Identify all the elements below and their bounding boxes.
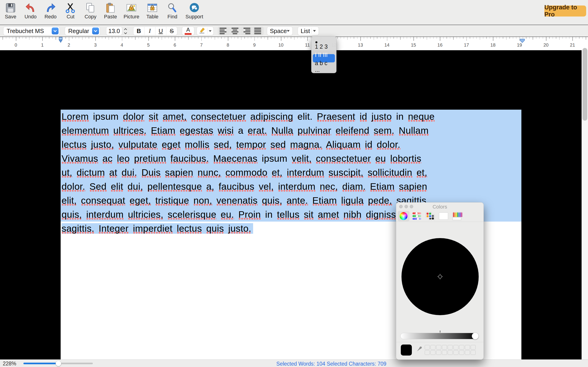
word[interactable]: lectus (177, 223, 202, 234)
word[interactable]: erat. (248, 125, 267, 136)
word[interactable]: at (109, 167, 117, 178)
word[interactable]: Aliquam (326, 139, 361, 150)
word[interactable]: vulputate (119, 139, 157, 150)
copy-button[interactable]: Copy (84, 2, 97, 20)
word[interactable]: non, (193, 195, 212, 206)
word[interactable]: justo, (91, 139, 114, 150)
brightness-slider[interactable] (400, 333, 478, 339)
align-right-button[interactable] (241, 27, 252, 35)
word[interactable]: ultricies, (128, 209, 163, 220)
swatch-cell[interactable] (453, 345, 458, 350)
ruler[interactable]: 0123456789101112131415161718192021 (0, 37, 588, 50)
swatch-cell[interactable] (448, 350, 453, 355)
image-palettes-tab[interactable] (438, 211, 450, 221)
word[interactable]: dolor (123, 111, 144, 122)
font-size-stepper[interactable] (123, 27, 128, 35)
picture-button[interactable]: Picture (124, 2, 139, 20)
line-space-select[interactable]: Space (267, 27, 293, 35)
align-justify-button[interactable] (252, 27, 264, 35)
swatch-cell[interactable] (442, 350, 447, 355)
font-color-button[interactable]: A (182, 27, 194, 35)
word[interactable]: Maecenas (213, 153, 258, 164)
word[interactable]: eget (162, 139, 180, 150)
zoom-slider-thumb[interactable] (56, 361, 61, 366)
swatch-cell[interactable] (465, 350, 470, 355)
word[interactable]: sit (304, 209, 313, 220)
word[interactable]: eu. (221, 209, 234, 220)
word[interactable]: a, (206, 181, 214, 192)
word[interactable]: tristique (155, 195, 189, 206)
word[interactable]: suscipit, (329, 167, 363, 178)
color-sliders-tab[interactable] (411, 211, 423, 221)
support-button[interactable]: Support (185, 2, 203, 20)
text-line[interactable]: ut, dictum at dui. Duis sapien nunc, com… (61, 166, 521, 180)
word[interactable]: commodo (225, 167, 267, 178)
word[interactable]: pede, (368, 195, 392, 206)
word[interactable]: Vivamus (61, 153, 98, 164)
save-button[interactable]: Save (4, 2, 17, 20)
stepper-up-icon[interactable] (124, 28, 127, 31)
word[interactable]: tellus (277, 209, 300, 220)
word[interactable]: ante. (287, 195, 308, 206)
word[interactable]: sagittis. (61, 223, 95, 234)
word[interactable]: faucibus. (170, 153, 209, 164)
word[interactable]: eleifend (336, 125, 369, 136)
word[interactable]: sapien (165, 167, 193, 178)
document-area[interactable]: Lorem ipsum dolor sit amet, consectetuer… (0, 50, 588, 359)
chevron-down-icon[interactable] (313, 30, 316, 32)
word[interactable]: amet, (163, 111, 187, 122)
swatch-cell[interactable] (436, 350, 441, 355)
word[interactable]: dui. (121, 167, 137, 178)
word[interactable]: ac (103, 153, 112, 164)
word[interactable]: dictum (77, 167, 105, 178)
word[interactable]: Sed (90, 181, 107, 192)
swatch-cell[interactable] (459, 345, 464, 350)
word[interactable]: ligula (341, 195, 363, 206)
word[interactable]: velit, (292, 153, 312, 164)
word[interactable]: elit. (297, 111, 313, 122)
word[interactable]: eget, (130, 195, 151, 206)
word[interactable]: Nulla (271, 125, 293, 136)
swatch-cell[interactable] (465, 345, 470, 350)
word[interactable]: eu (375, 153, 386, 164)
swatch-cell[interactable] (442, 345, 447, 350)
brightness-slider-knob[interactable] (472, 333, 479, 340)
redo-button[interactable]: Redo (44, 2, 57, 20)
word[interactable]: dolor. (377, 139, 400, 150)
text-line[interactable]: dolor. Sed elit dui, pellentesque a, fau… (61, 180, 521, 194)
table-button[interactable]: Table (145, 2, 159, 20)
highlight-color-button[interactable] (197, 27, 214, 35)
word[interactable]: in (396, 111, 404, 122)
word[interactable]: imperdiet (133, 223, 173, 234)
word[interactable]: Etiam (312, 195, 337, 206)
chevron-down-icon[interactable] (287, 30, 290, 32)
italic-button[interactable]: I (144, 27, 155, 35)
word[interactable]: id (365, 139, 372, 150)
swatch-cell[interactable] (431, 350, 435, 355)
text-line[interactable]: Lorem ipsum dolor sit amet, consectetuer… (61, 110, 521, 124)
word[interactable]: interdum (287, 167, 324, 178)
word[interactable]: et, (416, 167, 427, 178)
word[interactable]: a (238, 125, 243, 136)
word[interactable]: id (360, 111, 367, 122)
scrollbar-thumb[interactable] (582, 48, 587, 121)
swatch-cell[interactable] (471, 345, 476, 350)
word[interactable]: Etiam (151, 125, 175, 136)
text-line[interactable]: lectus justo, vulputate eget mollis sed,… (61, 138, 521, 152)
word[interactable]: consectetuer (191, 111, 246, 122)
word[interactable]: mollis (185, 139, 209, 150)
word[interactable]: ut, (61, 167, 72, 178)
word[interactable]: nibh (343, 209, 362, 220)
word[interactable]: dolor. (61, 181, 85, 192)
zoom-slider[interactable] (23, 363, 93, 364)
word[interactable]: quis, (262, 195, 282, 206)
swatch-cell[interactable] (459, 350, 464, 355)
word[interactable]: ipsum (262, 153, 287, 164)
word[interactable]: elit (111, 181, 123, 192)
word[interactable]: amet (318, 209, 339, 220)
word[interactable]: sed, (214, 139, 232, 150)
text-line[interactable]: Vivamus ac leo pretium faucibus. Maecena… (61, 152, 521, 166)
swatch-cell[interactable] (436, 345, 441, 350)
font-family-select[interactable]: Trebuchet MS (3, 27, 60, 35)
word[interactable]: faucibus (219, 181, 254, 192)
